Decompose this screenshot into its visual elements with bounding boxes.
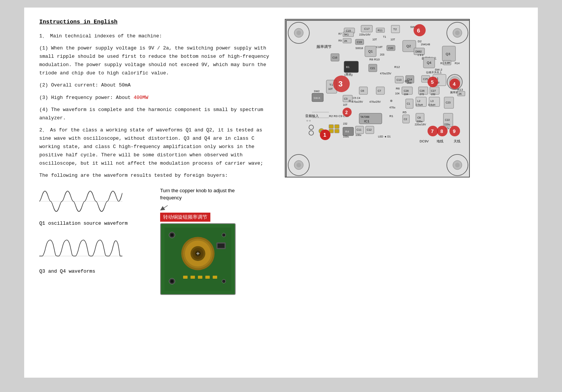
svg-text:1N4148: 1N4148 [421, 43, 430, 46]
svg-text:2: 2 [345, 110, 348, 115]
svg-text:C25: C25 [423, 78, 428, 80]
svg-text:5K1: 5K1 [344, 33, 349, 36]
svg-text:○ ○: ○ ○ [306, 119, 311, 122]
svg-text:DC9V: DC9V [420, 139, 429, 143]
svg-text:T2: T2 [393, 28, 397, 31]
left-column: Instructions in English 1、 Main technica… [39, 19, 273, 366]
svg-text:100u: 100u [355, 134, 361, 136]
svg-text:R13: R13 [457, 88, 463, 91]
svg-text:R7: R7 [338, 32, 342, 35]
svg-point-23 [222, 233, 226, 237]
svg-point-207 [349, 100, 351, 102]
svg-text:位移开关在上: 位移开关在上 [426, 71, 442, 74]
svg-text:C1: C1 [407, 102, 410, 105]
svg-text:R8 R10: R8 R10 [369, 58, 380, 61]
svg-text:C8: C8 [417, 116, 421, 119]
svg-text:B1: B1 [346, 65, 350, 69]
svg-text:C17: C17 [364, 27, 370, 31]
svg-text:220u/16V: 220u/16V [359, 33, 371, 36]
svg-rect-18 [183, 276, 188, 279]
copper-knob-section: Turn the copper knob to adjust the frequ… [160, 187, 273, 295]
page-title: Instructions in English [39, 19, 273, 25]
svg-point-33 [455, 31, 460, 35]
q1-label: Q1 oscillation source waveform [39, 221, 145, 226]
q3-waveform [39, 235, 122, 265]
svg-text:470u/25V: 470u/25V [369, 100, 381, 103]
svg-text:C7: C7 [378, 90, 381, 92]
para3-text: (3) High frequency power: About 400MW [39, 94, 273, 102]
section3-text: The following are the waveform results t… [39, 171, 273, 180]
svg-text:Q2: Q2 [406, 44, 411, 48]
svg-point-35 [296, 163, 301, 167]
chinese-label-bg: 转动铜旋钮频率调节 [160, 213, 210, 222]
svg-rect-180 [335, 125, 339, 128]
svg-text:152: 152 [431, 93, 435, 96]
svg-text:S0018: S0018 [355, 47, 363, 49]
svg-text:L2: L2 [417, 100, 420, 102]
svg-text:0.5uH: 0.5uH [416, 103, 423, 106]
right-column: C17 C15 R11 T2 SW-1 R7 5K1 [285, 19, 523, 366]
svg-text:C6: C6 [361, 90, 364, 92]
svg-text:C19: C19 [357, 41, 362, 43]
svg-text:100u: 100u [343, 135, 349, 138]
svg-text:C5 C4: C5 C4 [353, 97, 360, 99]
svg-text:C12: C12 [367, 128, 372, 131]
svg-text:L3: L3 [431, 100, 434, 102]
svg-text:5: 5 [431, 79, 434, 85]
svg-text:C21: C21 [370, 67, 375, 69]
svg-text:Q4: Q4 [427, 61, 431, 65]
svg-point-24 [222, 279, 226, 283]
para1-text: (1) When the power supply voltage is 9V … [39, 44, 273, 77]
svg-text:470u/25V: 470u/25V [352, 100, 363, 103]
svg-text:LED ◄ D1: LED ◄ D1 [378, 135, 391, 138]
svg-text:音频输入: 音频输入 [305, 114, 319, 118]
svg-text:T1: T1 [383, 35, 386, 38]
svg-text:R11: R11 [378, 29, 383, 32]
svg-text:9: 9 [453, 128, 455, 134]
waveform-left: Q1 oscillation source waveform Q3 and Q4… [39, 187, 145, 283]
svg-text:1: 1 [323, 132, 326, 138]
svg-text:10T: 10T [328, 88, 333, 90]
svg-text:3: 3 [338, 80, 343, 88]
svg-text:152: 152 [343, 122, 347, 125]
svg-text:C23: C23 [446, 101, 451, 104]
svg-text:C11: C11 [357, 128, 361, 131]
svg-text:203: 203 [405, 80, 409, 82]
svg-text:R12: R12 [394, 65, 400, 69]
svg-text:C13: C13 [397, 79, 401, 81]
svg-text:Q1: Q1 [368, 49, 373, 53]
svg-rect-179 [329, 125, 333, 128]
svg-text:7: 7 [431, 128, 434, 134]
svg-text:220u: 220u [417, 120, 423, 123]
q3-label: Q3 and Q4 waveforms [39, 269, 145, 274]
svg-text:TA7368: TA7368 [360, 116, 369, 118]
highlight-400mw: 400MW [134, 95, 148, 100]
page-container: Instructions in English 1、 Main technica… [24, 8, 538, 378]
svg-text:c b e: c b e [418, 54, 423, 56]
svg-text:104: 104 [395, 92, 400, 95]
svg-rect-21 [205, 276, 210, 279]
svg-text:C28: C28 [404, 90, 409, 92]
svg-point-15 [170, 280, 173, 283]
svg-text:天线: 天线 [454, 139, 460, 143]
svg-text:D882: D882 [415, 50, 422, 53]
svg-text:470u: 470u [389, 106, 395, 109]
svg-text:R6: R6 [396, 87, 400, 90]
svg-text:104: 104 [404, 93, 408, 96]
svg-text:IC1: IC1 [364, 119, 369, 123]
svg-text:R14: R14 [455, 62, 460, 65]
copper-knob-title: Turn the copper knob to adjust the frequ… [160, 187, 236, 201]
svg-text:220u/16V: 220u/16V [415, 123, 426, 126]
svg-text:C27: C27 [431, 90, 436, 92]
svg-text:10T: 10T [343, 103, 348, 106]
svg-text:R5: R5 [403, 111, 407, 114]
svg-text:R9: R9 [338, 39, 342, 42]
svg-text:6: 6 [417, 27, 420, 34]
q1-waveform [39, 187, 122, 218]
svg-point-37 [455, 163, 460, 167]
section2-text: 2、 As for the class a working state of w… [39, 126, 273, 168]
svg-text:C20: C20 [388, 47, 393, 49]
svg-text:203: 203 [380, 53, 384, 56]
svg-text:SW2: SW2 [314, 90, 320, 93]
svg-text:C2: C2 [404, 118, 407, 120]
